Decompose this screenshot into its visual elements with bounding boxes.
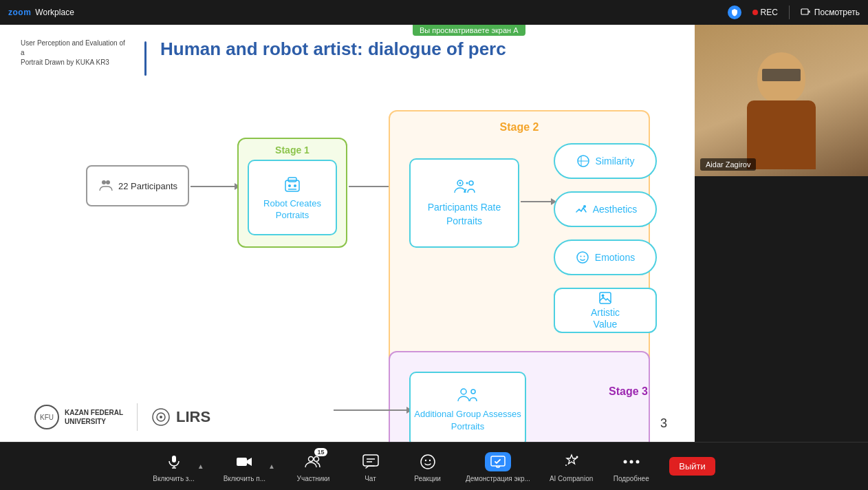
chat-label: Чат xyxy=(365,475,376,482)
shield-icon xyxy=(728,6,741,19)
watch-label: Посмотреть xyxy=(814,8,860,17)
ai-companion-icon xyxy=(561,451,583,473)
arrow-participants-stage1 xyxy=(191,186,236,187)
svg-point-15 xyxy=(583,205,586,208)
more-icon xyxy=(620,451,642,473)
mic-caret[interactable]: ▲ xyxy=(197,462,204,470)
svg-point-30 xyxy=(308,456,313,461)
demo-icon xyxy=(487,451,509,473)
exit-btn[interactable]: Выйти xyxy=(669,457,715,476)
rate-label: Participants Rate Portraits xyxy=(411,201,518,228)
svg-point-9 xyxy=(459,182,462,184)
screen-share-banner: Вы просматриваете экран A xyxy=(413,25,525,36)
participants-icon: 15 xyxy=(303,451,325,473)
title-divider xyxy=(144,41,147,76)
kazan-logo: KFU Kazan Federal University xyxy=(34,405,123,429)
stage1-label: Stage 1 xyxy=(275,145,310,156)
top-bar-right: REC Посмотреть xyxy=(728,6,860,19)
artistic-label2: Value xyxy=(594,319,618,330)
stage3-label: Stage 3 xyxy=(609,385,648,398)
ai-companion-button[interactable]: AI Companion xyxy=(550,451,593,482)
svg-rect-0 xyxy=(801,9,808,14)
demo-label: Демонстрация экр... xyxy=(466,475,530,482)
stage1-inner-label: Robot Creates Portraits xyxy=(249,198,336,222)
kazan-logo-text: Kazan Federal University xyxy=(65,408,123,426)
slide: User Perception and Evaluation of a Port… xyxy=(0,25,695,451)
additional-box: Additional Group Assesses Portraits xyxy=(409,372,526,447)
reactions-label: Реакции xyxy=(414,475,441,482)
exit-button[interactable]: Выйти xyxy=(669,457,715,476)
chat-button[interactable]: Чат xyxy=(351,451,389,482)
zoom-text: zoom xyxy=(8,8,31,17)
svg-point-5 xyxy=(288,184,291,187)
slide-subtitle: User Perception and Evaluation of a Port… xyxy=(21,39,131,67)
participants-button[interactable]: 15 Участники xyxy=(294,451,332,482)
aesthetics-box: Aesthetics xyxy=(554,191,657,227)
logo-divider xyxy=(137,403,138,431)
svg-point-17 xyxy=(580,256,581,257)
watch-button[interactable]: Посмотреть xyxy=(801,8,860,17)
svg-rect-26 xyxy=(172,456,176,462)
svg-point-40 xyxy=(565,465,567,466)
arrow-to-additional xyxy=(334,409,408,411)
divider xyxy=(789,6,790,19)
stage2-label: Stage 2 xyxy=(389,121,650,134)
svg-rect-29 xyxy=(237,458,247,466)
similarity-label: Similarity xyxy=(596,156,635,167)
lirs-logo: LIRS xyxy=(151,407,210,427)
video-icon xyxy=(233,451,255,473)
video-caret[interactable]: ▲ xyxy=(268,462,275,470)
university-line1: Kazan Federal xyxy=(65,409,123,416)
logos: KFU Kazan Federal University LIRS xyxy=(34,403,210,431)
university-line2: University xyxy=(65,418,106,425)
reactions-button[interactable]: Реакции xyxy=(409,451,446,482)
svg-point-6 xyxy=(294,184,296,187)
video-control[interactable]: Включить п... ▲ xyxy=(224,451,275,482)
demo-button[interactable]: Демонстрация экр... xyxy=(466,451,530,482)
top-bar: zoom Workplace REC Посмотреть xyxy=(0,0,868,25)
artistic-value-box: Artistic Value xyxy=(554,288,657,333)
more-button[interactable]: Подробнее xyxy=(612,451,650,482)
svg-rect-19 xyxy=(600,292,611,303)
svg-point-43 xyxy=(636,460,639,463)
additional-label: Additional Group Assesses Portraits xyxy=(411,408,525,433)
more-label: Подробнее xyxy=(614,475,649,482)
video-name-container: Aidar Zagirov xyxy=(697,156,759,173)
glasses xyxy=(762,69,801,81)
svg-rect-32 xyxy=(363,455,378,466)
lirs-label: LIRS xyxy=(176,408,210,426)
svg-point-20 xyxy=(602,295,605,297)
mic-icon xyxy=(163,451,185,473)
svg-point-25 xyxy=(160,416,162,418)
rate-box: Participants Rate Portraits xyxy=(409,158,519,248)
reactions-icon xyxy=(417,451,439,473)
svg-point-42 xyxy=(629,460,633,463)
person-silhouette: Aidar Zagirov xyxy=(695,25,868,176)
workplace-text: Workplace xyxy=(35,8,74,17)
svg-point-39 xyxy=(576,456,578,458)
slide-title: Human and robot artist: dialogue of perc xyxy=(160,39,506,60)
mic-label: Включить з... xyxy=(153,475,195,482)
zoom-logo: zoom Workplace xyxy=(8,8,74,17)
svg-point-22 xyxy=(471,390,475,394)
screen-share-text: Вы просматриваете экран A xyxy=(420,26,519,34)
video-name-badge: Aidar Zagirov xyxy=(700,158,756,171)
subtitle-line2: Portrait Drawn by KUKA KR3 xyxy=(21,58,109,66)
similarity-box: Similarity xyxy=(554,143,657,179)
mic-control[interactable]: Включить з... ▲ xyxy=(153,451,204,482)
participants-label: 22 Participants xyxy=(118,181,177,191)
svg-point-41 xyxy=(623,460,627,463)
svg-point-37 xyxy=(428,459,430,460)
svg-point-10 xyxy=(466,182,468,184)
stage1-box: Stage 1 Robot Creates Portraits xyxy=(237,138,347,248)
svg-point-18 xyxy=(583,256,585,257)
subtitle-line1: User Perception and Evaluation of a xyxy=(21,39,125,56)
diagram: 22 Participants Stage 1 Robot Creates Po… xyxy=(72,83,691,413)
svg-point-31 xyxy=(314,456,318,461)
participants-count-badge: 15 xyxy=(314,448,327,456)
stage1-inner: Robot Creates Portraits xyxy=(248,160,337,235)
rec-label: REC xyxy=(761,8,778,17)
page-number: 3 xyxy=(660,416,667,431)
svg-point-2 xyxy=(106,180,110,184)
participants-label: Участники xyxy=(297,475,330,482)
